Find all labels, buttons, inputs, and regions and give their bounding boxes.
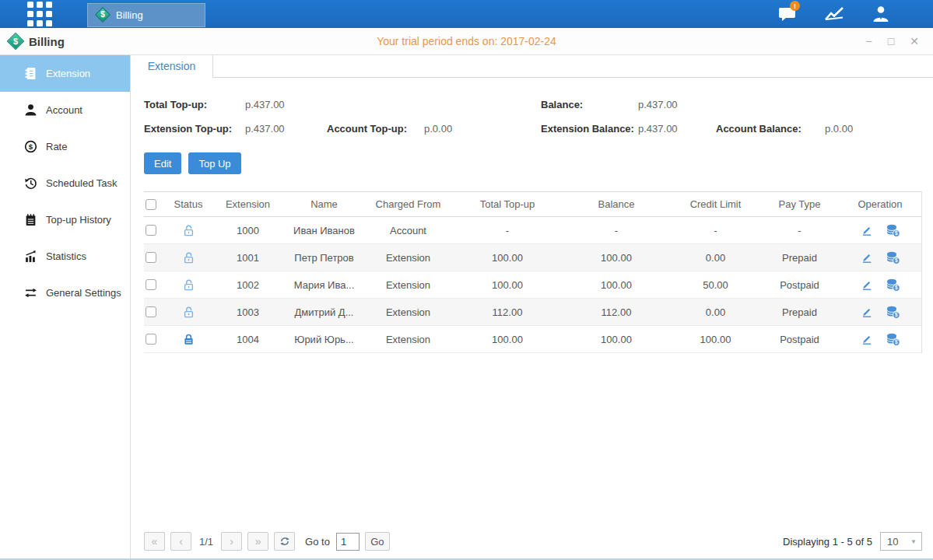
sidebar-item-account[interactable]: Account <box>0 92 130 128</box>
tab-label: Extension <box>148 60 195 72</box>
coins-icon: $ <box>886 224 900 237</box>
line-chart-icon <box>823 5 845 23</box>
page-size-value: 10 <box>887 536 898 548</box>
edit-extension-button[interactable] <box>861 224 873 236</box>
pagination-bar: « ‹ 1/1 › » Go to Go Displaying <box>144 526 922 558</box>
top-up-button[interactable]: Top Up <box>188 152 240 174</box>
total-topup: - <box>453 225 562 236</box>
credit-limit: 50.00 <box>671 279 760 291</box>
status-lock-icon <box>182 278 195 292</box>
pay-type: - <box>760 225 839 236</box>
taskbar-tab-billing[interactable]: $ Billing <box>87 3 205 27</box>
next-page-button[interactable]: › <box>221 532 242 551</box>
edit-extension-button[interactable] <box>861 251 873 264</box>
billing-window-icon: $ <box>8 33 23 49</box>
user-menu-button[interactable] <box>868 2 894 26</box>
total-topup: 112.00 <box>453 306 562 318</box>
trial-notice: Your trial period ends on: 2017-02-24 <box>0 35 933 47</box>
row-checkbox[interactable] <box>146 252 156 263</box>
account-balance-value: p.0.00 <box>825 123 853 135</box>
column-header-name: Name <box>285 198 363 210</box>
status-lock-icon <box>182 333 195 346</box>
row-checkbox[interactable] <box>146 225 156 236</box>
extension-number: 1000 <box>211 225 285 236</box>
charged-from: Account <box>363 225 453 236</box>
sidebar-item-extension[interactable]: Extension <box>0 55 130 92</box>
sidebar-item-label: Scheduled Task <box>46 177 118 189</box>
apps-grid-icon[interactable] <box>27 2 52 26</box>
pencil-icon <box>861 278 873 291</box>
go-button[interactable]: Go <box>365 532 390 551</box>
application-window: $ Billing ! <box>0 0 933 560</box>
topup-extension-button[interactable]: $ <box>886 333 900 346</box>
edit-button[interactable]: Edit <box>144 152 181 174</box>
select-all-checkbox[interactable] <box>146 199 156 210</box>
pay-type: Prepaid <box>760 306 839 318</box>
sidebar-item-general-settings[interactable]: General Settings <box>0 275 130 311</box>
sidebar-item-label: General Settings <box>46 287 121 299</box>
extension-name: Юрий Юрь... <box>285 334 363 345</box>
refresh-button[interactable] <box>274 532 295 551</box>
first-page-button[interactable]: « <box>144 532 165 551</box>
page-size-select[interactable]: 10 ▼ <box>880 532 922 551</box>
credit-limit: 0.00 <box>671 252 760 264</box>
extension-name: Мария Ива... <box>285 279 363 291</box>
status-lock-icon <box>182 306 195 319</box>
topup-history-icon <box>24 213 37 226</box>
row-checkbox[interactable] <box>146 306 156 317</box>
tab-strip: Extension <box>131 55 933 78</box>
svg-text:$: $ <box>895 339 898 345</box>
extension-balance-value: p.437.00 <box>638 123 716 135</box>
tab-extension[interactable]: Extension <box>131 55 213 78</box>
minimize-button[interactable]: − <box>866 36 872 47</box>
sidebar-item-rate[interactable]: $ Rate <box>0 128 130 165</box>
svg-text:$: $ <box>895 312 898 318</box>
row-checkbox[interactable] <box>146 279 156 290</box>
pay-type: Postpaid <box>760 279 839 291</box>
page-indicator: 1/1 <box>199 536 213 548</box>
monitor-button[interactable] <box>821 2 847 26</box>
edit-extension-button[interactable] <box>861 333 873 345</box>
window-title: Billing <box>29 35 65 48</box>
column-header-credit: Credit Limit <box>671 198 760 210</box>
extension-number: 1001 <box>211 252 285 264</box>
balance: - <box>562 225 671 236</box>
sidebar-item-label: Rate <box>46 141 67 152</box>
coins-icon: $ <box>886 251 900 264</box>
topup-extension-button[interactable]: $ <box>886 224 900 237</box>
last-page-button[interactable]: » <box>247 532 268 551</box>
charged-from: Extension <box>363 306 453 318</box>
sidebar-item-topup-history[interactable]: Top-up History <box>0 201 130 238</box>
pay-type: Prepaid <box>760 252 839 264</box>
edit-extension-button[interactable] <box>861 306 873 318</box>
extension-name: Иван Иванов <box>285 225 363 236</box>
coins-icon: $ <box>886 306 900 319</box>
workspace: Extension Account $ Rate <box>0 55 933 558</box>
sidebar-item-label: Top-up History <box>46 214 111 226</box>
goto-page-input[interactable] <box>336 533 360 551</box>
caret-down-icon: ▼ <box>910 538 917 545</box>
edit-extension-button[interactable] <box>861 278 873 291</box>
prev-page-button[interactable]: ‹ <box>170 532 191 551</box>
total-topup-value: p.437.00 <box>245 99 285 110</box>
sidebar: Extension Account $ Rate <box>0 55 131 558</box>
notifications-button[interactable]: ! <box>774 2 801 26</box>
table-row: 1004 Юрий Юрь... Extension 100.00 100.00… <box>144 326 921 353</box>
extension-number: 1002 <box>211 279 285 291</box>
close-button[interactable]: ✕ <box>910 36 919 47</box>
extension-number: 1003 <box>211 306 285 318</box>
topup-extension-button[interactable]: $ <box>886 306 900 319</box>
extension-topup-value: p.437.00 <box>245 123 327 135</box>
row-checkbox[interactable] <box>146 334 156 345</box>
topup-extension-button[interactable]: $ <box>886 278 900 292</box>
credit-limit: 100.00 <box>671 334 760 345</box>
account-topup-label: Account Top-up: <box>327 123 424 135</box>
maximize-button[interactable]: □ <box>888 36 894 47</box>
column-header-charged: Charged From <box>363 198 453 210</box>
main-content: Extension Total Top-up: p.437.00 Balance… <box>131 55 933 558</box>
column-header-ext: Extension <box>211 198 285 210</box>
svg-text:$: $ <box>895 230 898 236</box>
topup-extension-button[interactable]: $ <box>886 251 900 264</box>
sidebar-item-scheduled-task[interactable]: Scheduled Task <box>0 165 130 201</box>
sidebar-item-statistics[interactable]: Statistics <box>0 238 130 275</box>
